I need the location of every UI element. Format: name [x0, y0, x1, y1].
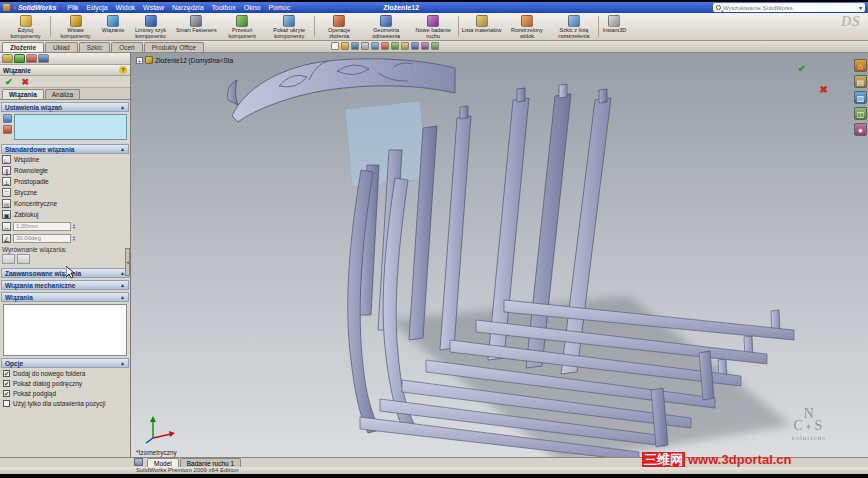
- task-pane-view-palette-icon[interactable]: ◫: [854, 107, 867, 120]
- section-header-mechanical-mates[interactable]: Wiązania mechaniczne ▲: [1, 280, 129, 290]
- tab-zlozenie[interactable]: Złożenie: [2, 42, 44, 52]
- display-style-icon[interactable]: [421, 42, 429, 50]
- ribbon-button-bill-of-materials[interactable]: Lista materiałów: [460, 14, 504, 39]
- graphics-viewport[interactable]: + Złożenie12 (Domyślna<Sta ✔ ✖ ⌂ ▤ ▨ ◫ ●…: [131, 53, 868, 457]
- spinner-down-icon[interactable]: ▾: [73, 238, 75, 242]
- print-icon[interactable]: [361, 42, 369, 50]
- command-manager-ribbon: Edytuj komponenty Wstaw komponenty Wiąza…: [0, 13, 868, 41]
- mate-concentric[interactable]: ◎Koncentryczne: [0, 198, 130, 209]
- menu-toolbox[interactable]: Toolbox: [209, 4, 239, 11]
- tab-uklad[interactable]: Układ: [45, 42, 78, 52]
- checkbox[interactable]: [3, 400, 10, 407]
- tab-ocen[interactable]: Oceń: [111, 42, 143, 52]
- search-input[interactable]: [723, 4, 857, 12]
- distance-spinner[interactable]: ▴▾: [73, 223, 75, 230]
- new-file-icon[interactable]: [331, 42, 339, 50]
- section-header-mates[interactable]: Wiązania ▲: [1, 292, 129, 302]
- menu-wstaw[interactable]: Wstaw: [140, 4, 167, 11]
- tree-expander-icon[interactable]: +: [136, 57, 143, 64]
- feature-tree-root-item[interactable]: Złożenie12 (Domyślna<Sta: [155, 57, 233, 64]
- angle-value-input[interactable]: [13, 234, 71, 243]
- mate-selection-listbox[interactable]: [14, 114, 127, 140]
- spinner-down-icon[interactable]: ▾: [73, 226, 75, 230]
- ok-button[interactable]: ✔: [5, 77, 13, 87]
- selection-plane[interactable]: [345, 101, 428, 187]
- task-pane-file-explorer-icon[interactable]: ▨: [854, 91, 867, 104]
- cancel-button[interactable]: ✖: [22, 77, 30, 87]
- aligned-button[interactable]: [2, 254, 15, 264]
- mate-parallel[interactable]: ∥Równoległe: [0, 165, 130, 176]
- ribbon-button-move-component[interactable]: Przesuń komponent: [219, 14, 266, 39]
- mates-listbox[interactable]: [3, 304, 127, 356]
- mate-lock[interactable]: ▣Zablokuj: [0, 209, 130, 220]
- tab-produkty-office[interactable]: Produkty Office: [144, 42, 204, 52]
- menu-edycja[interactable]: Edycja: [84, 4, 111, 11]
- search-dropdown-icon[interactable]: ▾: [859, 4, 862, 11]
- mate-tangent[interactable]: ⌒Styczne: [0, 187, 130, 198]
- checkbox[interactable]: ✔: [3, 380, 10, 387]
- section-header-standard-mates[interactable]: Standardowe wiązania ▲: [1, 144, 129, 154]
- motion-manager-icon[interactable]: [134, 458, 143, 466]
- open-file-icon[interactable]: [341, 42, 349, 50]
- dimxpert-manager-tab-icon[interactable]: [38, 54, 49, 63]
- section-header-advanced-mates[interactable]: Zaawansowane wiązania ▲: [1, 268, 129, 278]
- tab-motion-study-1[interactable]: Badanie ruchu 1: [180, 458, 241, 467]
- ribbon-button-assembly-features[interactable]: Operacje złożenia: [316, 14, 363, 39]
- confirmation-ok-icon[interactable]: ✔: [798, 63, 806, 74]
- checkbox[interactable]: ✔: [3, 390, 10, 397]
- task-pane-resources-icon[interactable]: ⌂: [854, 59, 867, 72]
- save-icon[interactable]: [351, 42, 359, 50]
- ribbon-button-instant3d[interactable]: Instant3D: [600, 14, 628, 39]
- property-manager-panel: Wiązanie ? ✔ ✖ Wiązania Analiza Ustawien…: [0, 53, 131, 457]
- options-icon[interactable]: [391, 42, 399, 50]
- ribbon-button-show-hidden[interactable]: Pokaż ukryte komponenty: [266, 14, 313, 39]
- ribbon-button-reference-geometry[interactable]: Geometria odniesienia: [363, 14, 410, 39]
- section-header-mate-selections[interactable]: Ustawienia wiązań ▲: [1, 102, 129, 112]
- tab-model[interactable]: Model: [147, 458, 179, 467]
- multiple-mate-icon[interactable]: [3, 125, 12, 134]
- anti-aligned-button[interactable]: [17, 254, 30, 264]
- feature-manager-tab-icon[interactable]: [2, 54, 13, 63]
- tab-analiza[interactable]: Analiza: [45, 89, 80, 99]
- section-header-options[interactable]: Opcje ▲: [1, 358, 129, 368]
- option-add-to-new-folder[interactable]: ✔Dodaj do nowego foldera: [0, 368, 130, 378]
- ribbon-button-motion-study[interactable]: Nowe badanie ruchu: [410, 14, 457, 39]
- panel-splitter-handle[interactable]: ◂: [125, 248, 130, 276]
- ribbon-button-exploded-view[interactable]: Rozstrzelony widok: [503, 14, 550, 39]
- color-swatch-icon[interactable]: [401, 42, 409, 50]
- checkbox[interactable]: ✔: [3, 370, 10, 377]
- task-pane-design-library-icon[interactable]: ▤: [854, 75, 867, 88]
- configuration-manager-tab-icon[interactable]: [26, 54, 37, 63]
- angle-spinner[interactable]: ▴▾: [73, 235, 75, 242]
- menu-pomoc[interactable]: Pomoc: [265, 4, 293, 11]
- rebuild-icon[interactable]: [381, 42, 389, 50]
- menu-plik[interactable]: Plik: [64, 4, 81, 11]
- property-manager-tab-icon[interactable]: [14, 54, 25, 63]
- tab-szkic[interactable]: Szkic: [79, 42, 111, 52]
- distance-value-input[interactable]: [13, 222, 71, 231]
- linear-pattern-icon: [145, 15, 157, 27]
- confirmation-cancel-icon[interactable]: ✖: [820, 84, 828, 95]
- mate-coincident[interactable]: ∟Wspólne: [0, 154, 130, 165]
- undo-icon[interactable]: [371, 42, 379, 50]
- task-pane-appearances-icon[interactable]: ●: [854, 123, 867, 136]
- ribbon-button-explode-line-sketch[interactable]: Szkic z linią rozstrzelenia: [550, 14, 597, 39]
- ribbon-button-linear-pattern[interactable]: Liniowy szyk komponentu: [127, 14, 174, 39]
- menu-narzedzia[interactable]: Narzędzia: [169, 4, 207, 11]
- option-use-for-positioning-only[interactable]: Użyj tylko dla ustawienia pozycji: [0, 398, 130, 408]
- ribbon-label: Przesuń komponent: [221, 28, 264, 39]
- ribbon-button-edit-component[interactable]: Edytuj komponenty: [2, 14, 49, 39]
- view-orientation-icon[interactable]: [411, 42, 419, 50]
- hide-show-items-icon[interactable]: [431, 42, 439, 50]
- tab-wiazania[interactable]: Wiązania: [2, 89, 44, 99]
- ribbon-button-smart-fasteners[interactable]: Smart Fasteners: [174, 14, 219, 39]
- menu-widok[interactable]: Widok: [113, 4, 138, 11]
- help-icon[interactable]: ?: [119, 66, 127, 74]
- option-show-popup-dialog[interactable]: ✔Pokaż dialog podręczny: [0, 378, 130, 388]
- search-box[interactable]: ▾: [713, 3, 865, 12]
- ribbon-button-mate[interactable]: Wiązanie: [99, 14, 127, 39]
- menu-okno[interactable]: Okno: [241, 4, 264, 11]
- ribbon-button-insert-component[interactable]: Wstaw komponenty: [52, 14, 99, 39]
- option-show-preview[interactable]: ✔Pokaż podgląd: [0, 388, 130, 398]
- mate-perpendicular[interactable]: ⊥Prostopadłe: [0, 176, 130, 187]
